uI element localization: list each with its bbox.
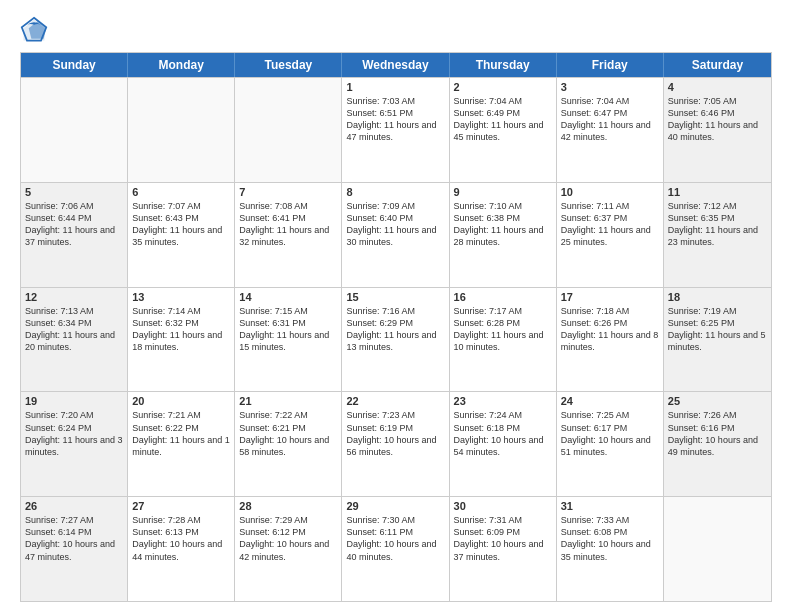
day-number: 6 — [132, 186, 230, 198]
day-info: Sunrise: 7:10 AMSunset: 6:38 PMDaylight:… — [454, 200, 552, 249]
day-info: Sunrise: 7:18 AMSunset: 6:26 PMDaylight:… — [561, 305, 659, 354]
day-info: Sunrise: 7:27 AMSunset: 6:14 PMDaylight:… — [25, 514, 123, 563]
calendar-cell: 10Sunrise: 7:11 AMSunset: 6:37 PMDayligh… — [557, 183, 664, 287]
calendar-cell: 3Sunrise: 7:04 AMSunset: 6:47 PMDaylight… — [557, 78, 664, 182]
calendar-cell: 7Sunrise: 7:08 AMSunset: 6:41 PMDaylight… — [235, 183, 342, 287]
page: SundayMondayTuesdayWednesdayThursdayFrid… — [0, 0, 792, 612]
day-info: Sunrise: 7:31 AMSunset: 6:09 PMDaylight:… — [454, 514, 552, 563]
calendar-week-1: 1Sunrise: 7:03 AMSunset: 6:51 PMDaylight… — [21, 77, 771, 182]
day-number: 28 — [239, 500, 337, 512]
calendar-cell: 14Sunrise: 7:15 AMSunset: 6:31 PMDayligh… — [235, 288, 342, 392]
day-number: 25 — [668, 395, 767, 407]
day-info: Sunrise: 7:16 AMSunset: 6:29 PMDaylight:… — [346, 305, 444, 354]
calendar-cell: 20Sunrise: 7:21 AMSunset: 6:22 PMDayligh… — [128, 392, 235, 496]
calendar-cell: 24Sunrise: 7:25 AMSunset: 6:17 PMDayligh… — [557, 392, 664, 496]
calendar-cell: 17Sunrise: 7:18 AMSunset: 6:26 PMDayligh… — [557, 288, 664, 392]
calendar-header-cell-sunday: Sunday — [21, 53, 128, 77]
day-number: 23 — [454, 395, 552, 407]
day-number: 29 — [346, 500, 444, 512]
day-number: 7 — [239, 186, 337, 198]
calendar-cell: 16Sunrise: 7:17 AMSunset: 6:28 PMDayligh… — [450, 288, 557, 392]
calendar-cell — [128, 78, 235, 182]
calendar-header-cell-tuesday: Tuesday — [235, 53, 342, 77]
day-number: 31 — [561, 500, 659, 512]
day-number: 2 — [454, 81, 552, 93]
calendar-cell: 5Sunrise: 7:06 AMSunset: 6:44 PMDaylight… — [21, 183, 128, 287]
calendar-week-2: 5Sunrise: 7:06 AMSunset: 6:44 PMDaylight… — [21, 182, 771, 287]
day-number: 26 — [25, 500, 123, 512]
day-number: 21 — [239, 395, 337, 407]
calendar-cell: 1Sunrise: 7:03 AMSunset: 6:51 PMDaylight… — [342, 78, 449, 182]
day-number: 19 — [25, 395, 123, 407]
day-number: 10 — [561, 186, 659, 198]
day-number: 22 — [346, 395, 444, 407]
day-info: Sunrise: 7:08 AMSunset: 6:41 PMDaylight:… — [239, 200, 337, 249]
calendar-cell — [235, 78, 342, 182]
logo-icon — [20, 16, 48, 44]
calendar: SundayMondayTuesdayWednesdayThursdayFrid… — [20, 52, 772, 602]
day-info: Sunrise: 7:13 AMSunset: 6:34 PMDaylight:… — [25, 305, 123, 354]
day-number: 30 — [454, 500, 552, 512]
day-info: Sunrise: 7:15 AMSunset: 6:31 PMDaylight:… — [239, 305, 337, 354]
day-info: Sunrise: 7:26 AMSunset: 6:16 PMDaylight:… — [668, 409, 767, 458]
day-number: 17 — [561, 291, 659, 303]
day-number: 14 — [239, 291, 337, 303]
logo — [20, 16, 52, 44]
day-info: Sunrise: 7:33 AMSunset: 6:08 PMDaylight:… — [561, 514, 659, 563]
day-number: 15 — [346, 291, 444, 303]
day-info: Sunrise: 7:30 AMSunset: 6:11 PMDaylight:… — [346, 514, 444, 563]
day-info: Sunrise: 7:21 AMSunset: 6:22 PMDaylight:… — [132, 409, 230, 458]
day-info: Sunrise: 7:22 AMSunset: 6:21 PMDaylight:… — [239, 409, 337, 458]
calendar-week-5: 26Sunrise: 7:27 AMSunset: 6:14 PMDayligh… — [21, 496, 771, 601]
calendar-cell: 13Sunrise: 7:14 AMSunset: 6:32 PMDayligh… — [128, 288, 235, 392]
calendar-cell: 30Sunrise: 7:31 AMSunset: 6:09 PMDayligh… — [450, 497, 557, 601]
calendar-header-row: SundayMondayTuesdayWednesdayThursdayFrid… — [21, 53, 771, 77]
calendar-cell: 8Sunrise: 7:09 AMSunset: 6:40 PMDaylight… — [342, 183, 449, 287]
day-info: Sunrise: 7:06 AMSunset: 6:44 PMDaylight:… — [25, 200, 123, 249]
day-info: Sunrise: 7:05 AMSunset: 6:46 PMDaylight:… — [668, 95, 767, 144]
calendar-cell: 11Sunrise: 7:12 AMSunset: 6:35 PMDayligh… — [664, 183, 771, 287]
calendar-cell: 31Sunrise: 7:33 AMSunset: 6:08 PMDayligh… — [557, 497, 664, 601]
day-number: 9 — [454, 186, 552, 198]
day-number: 12 — [25, 291, 123, 303]
day-number: 8 — [346, 186, 444, 198]
day-number: 27 — [132, 500, 230, 512]
day-info: Sunrise: 7:12 AMSunset: 6:35 PMDaylight:… — [668, 200, 767, 249]
day-info: Sunrise: 7:04 AMSunset: 6:47 PMDaylight:… — [561, 95, 659, 144]
day-number: 3 — [561, 81, 659, 93]
calendar-cell: 22Sunrise: 7:23 AMSunset: 6:19 PMDayligh… — [342, 392, 449, 496]
day-info: Sunrise: 7:14 AMSunset: 6:32 PMDaylight:… — [132, 305, 230, 354]
calendar-week-3: 12Sunrise: 7:13 AMSunset: 6:34 PMDayligh… — [21, 287, 771, 392]
day-info: Sunrise: 7:25 AMSunset: 6:17 PMDaylight:… — [561, 409, 659, 458]
calendar-cell — [21, 78, 128, 182]
day-number: 24 — [561, 395, 659, 407]
calendar-cell: 12Sunrise: 7:13 AMSunset: 6:34 PMDayligh… — [21, 288, 128, 392]
calendar-cell: 25Sunrise: 7:26 AMSunset: 6:16 PMDayligh… — [664, 392, 771, 496]
day-info: Sunrise: 7:29 AMSunset: 6:12 PMDaylight:… — [239, 514, 337, 563]
day-info: Sunrise: 7:23 AMSunset: 6:19 PMDaylight:… — [346, 409, 444, 458]
day-number: 5 — [25, 186, 123, 198]
day-number: 16 — [454, 291, 552, 303]
calendar-header-cell-thursday: Thursday — [450, 53, 557, 77]
day-info: Sunrise: 7:04 AMSunset: 6:49 PMDaylight:… — [454, 95, 552, 144]
day-info: Sunrise: 7:03 AMSunset: 6:51 PMDaylight:… — [346, 95, 444, 144]
day-info: Sunrise: 7:09 AMSunset: 6:40 PMDaylight:… — [346, 200, 444, 249]
calendar-cell: 2Sunrise: 7:04 AMSunset: 6:49 PMDaylight… — [450, 78, 557, 182]
calendar-header-cell-wednesday: Wednesday — [342, 53, 449, 77]
calendar-cell: 26Sunrise: 7:27 AMSunset: 6:14 PMDayligh… — [21, 497, 128, 601]
day-info: Sunrise: 7:20 AMSunset: 6:24 PMDaylight:… — [25, 409, 123, 458]
calendar-header-cell-monday: Monday — [128, 53, 235, 77]
calendar-week-4: 19Sunrise: 7:20 AMSunset: 6:24 PMDayligh… — [21, 391, 771, 496]
calendar-header-cell-friday: Friday — [557, 53, 664, 77]
calendar-cell: 23Sunrise: 7:24 AMSunset: 6:18 PMDayligh… — [450, 392, 557, 496]
calendar-body: 1Sunrise: 7:03 AMSunset: 6:51 PMDaylight… — [21, 77, 771, 601]
day-number: 4 — [668, 81, 767, 93]
day-info: Sunrise: 7:28 AMSunset: 6:13 PMDaylight:… — [132, 514, 230, 563]
day-info: Sunrise: 7:24 AMSunset: 6:18 PMDaylight:… — [454, 409, 552, 458]
calendar-cell: 27Sunrise: 7:28 AMSunset: 6:13 PMDayligh… — [128, 497, 235, 601]
calendar-cell: 28Sunrise: 7:29 AMSunset: 6:12 PMDayligh… — [235, 497, 342, 601]
calendar-cell: 15Sunrise: 7:16 AMSunset: 6:29 PMDayligh… — [342, 288, 449, 392]
day-number: 18 — [668, 291, 767, 303]
day-info: Sunrise: 7:11 AMSunset: 6:37 PMDaylight:… — [561, 200, 659, 249]
day-number: 11 — [668, 186, 767, 198]
